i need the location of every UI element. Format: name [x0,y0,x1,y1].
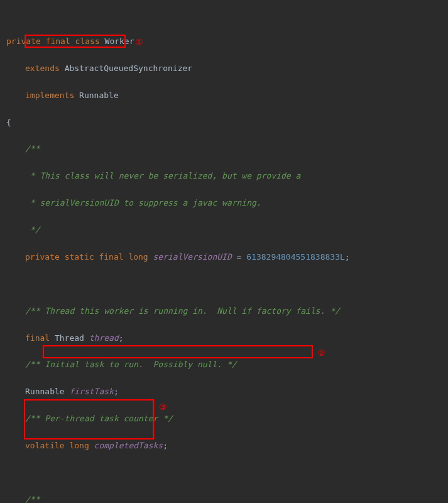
comment: /** [25,144,40,153]
field: thread [89,333,119,343]
keyword-volatile: volatile [25,441,65,450]
comment: /** Thread this worker is running in. Nu… [25,306,340,316]
brace: { [6,118,11,127]
comment: /** Per-thread task counter */ [25,414,173,423]
type-name: Thread [55,333,84,343]
semicolon: ; [345,252,350,262]
annotation-3: ③ [159,400,167,414]
annotation-2: ② [317,346,325,360]
code-line: extends AbstractQueuedSynchronizer [6,62,442,75]
field: completedTasks [94,441,163,450]
code-editor: private final class Worker extends Abstr… [6,8,442,503]
code-line: private final class Worker [6,35,442,48]
code-line: /** Per-thread task counter */ [6,412,442,425]
keyword-implements: implements [25,91,74,100]
code-line: /** Thread this worker is running in. Nu… [6,304,442,318]
code-line: implements Runnable [6,89,442,102]
code-line: volatile long completedTasks; [6,439,442,452]
code-line: * serialVersionUID to suppress a javac w… [6,196,442,209]
blank-line [6,277,442,290]
code-line: /** [6,493,442,503]
type-name: Runnable [25,387,65,396]
type-name: AbstractQueuedSynchronizer [65,64,193,73]
field: firstTask [69,387,113,396]
code-line: /** Initial task to run. Possibly null. … [6,358,442,371]
keyword-final: final [46,36,70,46]
code-line: final Thread thread; [6,331,442,345]
field: serialVersionUID [153,252,232,262]
operator: = [232,252,246,262]
code-line: private static final long serialVersionU… [6,250,442,263]
code-line: */ [6,223,442,236]
comment: */ [25,225,40,235]
keyword-static: static [65,252,94,262]
class-name: Worker [105,36,134,46]
code-line: /** [6,142,442,155]
annotation-1: ① [135,35,143,50]
semicolon: ; [163,441,168,450]
comment: /** Initial task to run. Possibly null. … [25,360,237,369]
semicolon: ; [114,387,119,396]
keyword-extends: extends [25,64,60,73]
keyword-long: long [69,441,89,450]
code-line: { [6,116,442,129]
number-literal: 6138294804551838833L [246,252,345,262]
semicolon: ; [119,333,124,343]
keyword-private: private [25,252,60,262]
comment: /** [25,495,40,503]
keyword-private: private [6,36,41,46]
code-line: * This class will never be serialized, b… [6,169,442,182]
keyword-class: class [75,36,100,46]
blank-line [6,466,442,479]
highlight-box-2 [43,345,313,358]
comment: * This class will never be serialized, b… [25,171,300,180]
code-line: Runnable firstTask; [6,385,442,398]
type-name: Runnable [79,91,119,100]
comment: * serialVersionUID to suppress a javac w… [25,198,261,207]
keyword-long: long [128,252,148,262]
keyword-final: final [25,333,50,343]
keyword-final: final [99,252,123,262]
